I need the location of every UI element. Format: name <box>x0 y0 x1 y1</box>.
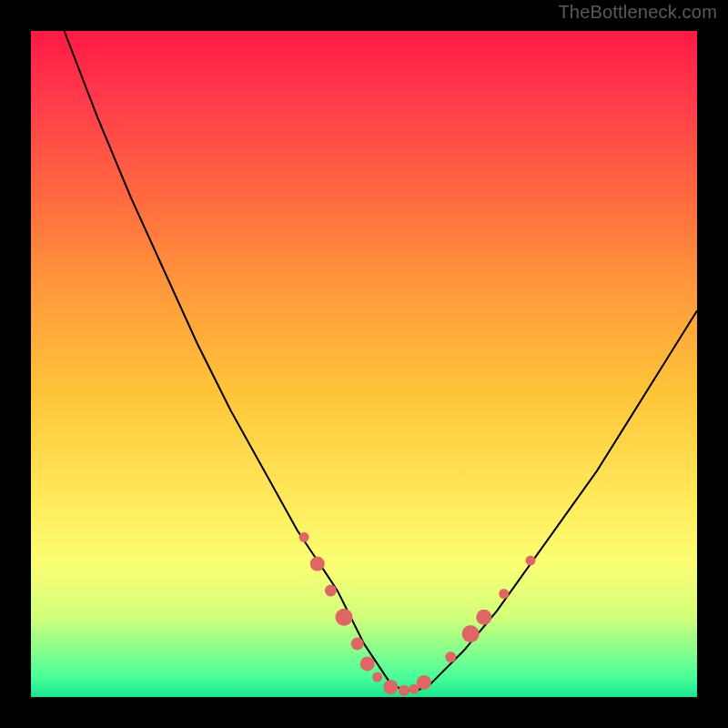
chart-frame: TheBottleneck.com <box>0 0 728 728</box>
curve-marker <box>383 680 398 694</box>
curve-marker <box>336 609 353 626</box>
curve-marker <box>299 532 309 542</box>
curve-marker <box>462 625 480 642</box>
watermark-text: TheBottleneck.com <box>558 2 717 23</box>
curve-marker <box>476 610 491 625</box>
curve-marker <box>526 555 536 565</box>
chart-svg <box>31 31 697 697</box>
curve-marker <box>360 656 375 671</box>
curve-marker <box>372 672 382 682</box>
curve-marker <box>417 675 431 690</box>
curve-markers <box>299 532 536 696</box>
bottleneck-curve <box>65 31 697 691</box>
curve-marker <box>310 557 325 571</box>
curve-marker <box>445 652 456 662</box>
curve-marker <box>499 589 509 599</box>
curve-marker <box>351 637 364 650</box>
plot-area <box>31 31 697 697</box>
curve-marker <box>325 584 337 596</box>
curve-marker <box>399 685 410 696</box>
